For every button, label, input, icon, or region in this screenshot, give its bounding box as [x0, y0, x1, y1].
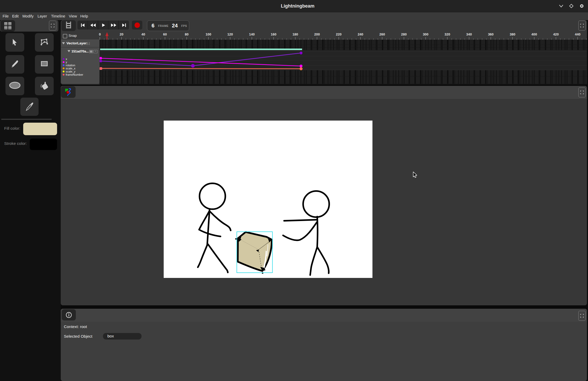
svg-text:frameNumber: frameNumber	[66, 73, 83, 76]
svg-text:rotation: rotation	[66, 64, 75, 67]
svg-text:y: y	[66, 61, 67, 64]
svg-text:340: 340	[466, 32, 472, 36]
svg-text:200: 200	[314, 32, 320, 36]
svg-text:380: 380	[510, 32, 515, 36]
svg-text:scale_y: scale_y	[66, 70, 76, 73]
svg-text:440: 440	[575, 32, 580, 36]
svg-text:400: 400	[531, 32, 537, 36]
svg-text:x: x	[66, 57, 67, 61]
svg-text:60: 60	[163, 32, 167, 36]
svg-text:40: 40	[141, 32, 145, 36]
svg-text:140: 140	[249, 32, 255, 36]
svg-text:180: 180	[292, 32, 298, 36]
svg-text:100: 100	[206, 32, 211, 36]
svg-text:420: 420	[553, 32, 559, 36]
svg-text:scale_x: scale_x	[66, 67, 76, 70]
svg-text:360: 360	[488, 32, 494, 36]
svg-text:20: 20	[120, 32, 123, 36]
svg-text:320: 320	[444, 32, 450, 36]
svg-text:260: 260	[379, 32, 385, 36]
svg-text:280: 280	[401, 32, 407, 36]
svg-text:160: 160	[271, 32, 277, 36]
svg-text:0: 0	[99, 32, 101, 36]
svg-text:300: 300	[423, 32, 428, 36]
svg-text:80: 80	[185, 32, 188, 36]
svg-text:240: 240	[358, 32, 363, 36]
svg-text:220: 220	[336, 32, 342, 36]
svg-text:120: 120	[227, 32, 233, 36]
